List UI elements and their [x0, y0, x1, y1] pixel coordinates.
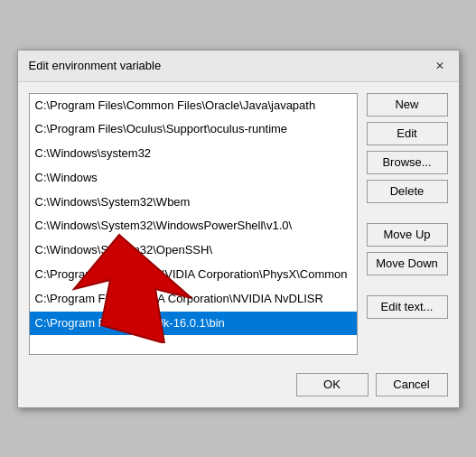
- close-button[interactable]: ✕: [432, 58, 448, 74]
- list-area: C:\Program Files\Common Files\Oracle\Jav…: [29, 93, 358, 355]
- arrow-overlay: [47, 226, 191, 346]
- list-item[interactable]: C:\Windows: [30, 166, 357, 191]
- title-bar: Edit environment variable ✕: [18, 51, 459, 82]
- list-item[interactable]: C:\Windows\system32: [30, 142, 357, 166]
- move-down-button[interactable]: Move Down: [367, 252, 448, 275]
- edit-env-dialog: Edit environment variable ✕ C:\Program F…: [17, 50, 460, 408]
- spacer1: [367, 209, 448, 218]
- list-item[interactable]: C:\Windows\System32\Wbem: [30, 191, 357, 215]
- list-item[interactable]: C:\Program Files\Oculus\Support\oculus-r…: [30, 117, 357, 142]
- dialog-title: Edit environment variable: [29, 59, 162, 72]
- delete-button[interactable]: Delete: [367, 180, 448, 203]
- dialog-footer: OK Cancel: [18, 366, 459, 407]
- move-up-button[interactable]: Move Up: [367, 223, 448, 247]
- dialog-body: C:\Program Files\Common Files\Oracle\Jav…: [18, 82, 459, 366]
- new-button[interactable]: New: [367, 93, 448, 117]
- edit-text-button[interactable]: Edit text...: [367, 295, 448, 319]
- ok-button[interactable]: OK: [296, 373, 369, 396]
- spacer2: [367, 281, 448, 290]
- cancel-button[interactable]: Cancel: [376, 373, 448, 396]
- edit-button[interactable]: Edit: [367, 122, 448, 145]
- browse-button[interactable]: Browse...: [367, 151, 448, 174]
- buttons-column: New Edit Browse... Delete Move Up Move D…: [367, 93, 448, 355]
- svg-marker-0: [74, 235, 191, 343]
- list-item[interactable]: C:\Program Files\Common Files\Oracle\Jav…: [30, 94, 357, 118]
